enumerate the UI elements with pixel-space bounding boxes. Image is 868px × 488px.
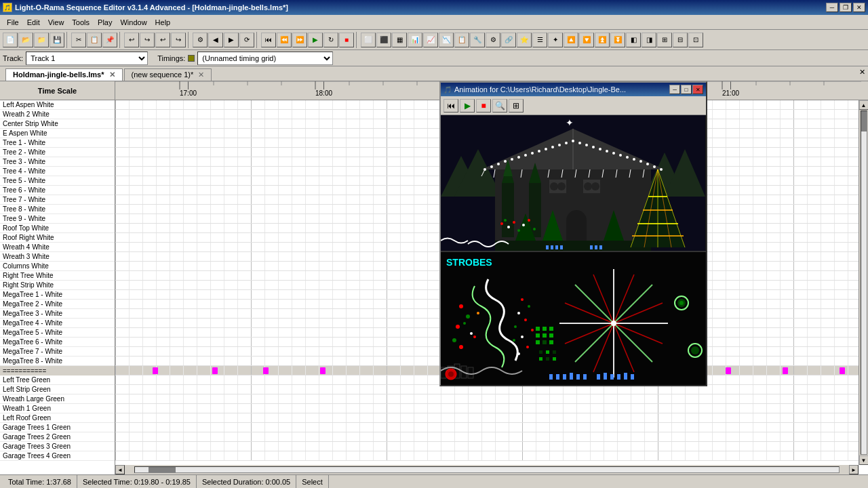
grid-row[interactable]	[115, 385, 861, 394]
stop-button[interactable]: ■	[339, 33, 354, 47]
channel-item[interactable]: Tree 8 - White	[0, 205, 115, 214]
view-btn3[interactable]: ▦	[392, 33, 407, 47]
view-btn19[interactable]: ◨	[642, 33, 656, 47]
view-btn20[interactable]: ⊞	[657, 33, 672, 47]
view-btn9[interactable]: ⚙	[486, 33, 500, 47]
anim-maximize[interactable]: □	[681, 85, 692, 94]
channel-item[interactable]: Wreath 2 White	[0, 110, 115, 119]
cut-button[interactable]: ✂	[71, 33, 86, 47]
play-prev[interactable]: ⏪	[277, 33, 292, 47]
redo-button[interactable]: ↪	[140, 33, 155, 47]
menu-view[interactable]: View	[44, 17, 68, 28]
tab-close-holdman[interactable]: ✕	[109, 70, 115, 79]
new-button[interactable]: 📄	[3, 33, 18, 47]
tools-btn4[interactable]: ⟳	[239, 33, 254, 47]
channel-item[interactable]: MegaTree 6 - White	[0, 338, 115, 347]
view-btn8[interactable]: 🔧	[470, 33, 485, 47]
menu-tools[interactable]: Tools	[68, 17, 94, 28]
channel-item[interactable]: Right Tree White	[0, 271, 115, 281]
channel-item[interactable]: Right Strip White	[0, 281, 115, 290]
paste-button[interactable]: 📌	[102, 33, 117, 47]
anim-zoom-fit-btn[interactable]: ⊞	[509, 99, 524, 113]
scroll-thumb[interactable]	[861, 111, 867, 131]
tools-btn2[interactable]: ◀	[208, 33, 223, 47]
play-loop[interactable]: ↻	[323, 33, 338, 47]
channel-item[interactable]: Wreath 4 White	[0, 243, 115, 252]
window-controls[interactable]: ─ ❐ ✕	[826, 3, 865, 12]
view-btn10[interactable]: 🔗	[501, 33, 516, 47]
save-button[interactable]: 💾	[50, 33, 64, 47]
h-scroll-thumb[interactable]	[149, 467, 176, 472]
channel-item[interactable]: E Aspen White	[0, 129, 115, 138]
tab-close-new[interactable]: ✕	[198, 70, 204, 79]
channel-item[interactable]: Tree 3 - White	[0, 157, 115, 167]
view-btn4[interactable]: 📊	[408, 33, 422, 47]
channel-item[interactable]: Tree 1 - White	[0, 138, 115, 148]
channel-item[interactable]: Garage Trees 4 Green	[0, 451, 115, 461]
open2-button[interactable]: 📁	[34, 33, 49, 47]
grid-row[interactable]	[115, 442, 861, 451]
scroll-down-btn[interactable]: ▼	[859, 455, 869, 465]
view-btn6[interactable]: 📉	[439, 33, 454, 47]
grid-row[interactable]	[115, 423, 861, 432]
channel-item[interactable]: MegaTree 3 - White	[0, 309, 115, 319]
anim-rewind-btn[interactable]: ⏮	[443, 99, 458, 113]
menu-edit[interactable]: Edit	[23, 17, 44, 28]
view-btn14[interactable]: 🔼	[564, 33, 578, 47]
view-btn22[interactable]: ⊡	[688, 33, 703, 47]
view-btn13[interactable]: ✦	[548, 33, 563, 47]
channel-item[interactable]: Wreath 3 White	[0, 252, 115, 262]
anim-close[interactable]: ✕	[692, 85, 703, 94]
grid-row[interactable]	[115, 413, 861, 423]
grid-row[interactable]	[115, 432, 861, 442]
view-btn12[interactable]: ☰	[532, 33, 547, 47]
restore-button[interactable]: ❐	[840, 3, 852, 12]
close-button[interactable]: ✕	[853, 3, 865, 12]
timing-select[interactable]: (Unnamed timing grid)	[197, 52, 333, 65]
channel-item[interactable]: Garage Trees 3 Green	[0, 442, 115, 451]
menu-help[interactable]: Help	[151, 17, 175, 28]
channel-item[interactable]: MegaTree 5 - White	[0, 328, 115, 338]
channel-item[interactable]: Tree 7 - White	[0, 195, 115, 205]
undo-button[interactable]: ↩	[124, 33, 139, 47]
menu-window[interactable]: Window	[116, 17, 151, 28]
channel-item[interactable]: MegaTree 2 - White	[0, 300, 115, 309]
anim-minimize[interactable]: ─	[669, 85, 680, 94]
view-btn21[interactable]: ⊟	[673, 33, 688, 47]
channel-item[interactable]: Left Aspen White	[0, 100, 115, 110]
channel-item[interactable]: Tree 4 - White	[0, 167, 115, 176]
anim-play-btn[interactable]: ▶	[460, 99, 475, 113]
tools-btn1[interactable]: ⚙	[193, 33, 208, 47]
scroll-up-btn[interactable]: ▲	[859, 100, 869, 110]
channel-item[interactable]: Left Roof Green	[0, 413, 115, 423]
scroll-right-btn[interactable]: ►	[849, 465, 859, 474]
menu-file[interactable]: File	[3, 17, 23, 28]
view-btn2[interactable]: ⬛	[376, 33, 391, 47]
grid-row[interactable]	[115, 404, 861, 413]
anim-title-bar[interactable]: 🎵 Animation for C:\Users\Richard\Desktop…	[441, 83, 706, 96]
channel-item[interactable]: Left Tree Green	[0, 375, 115, 385]
grid-row[interactable]	[115, 451, 861, 461]
channel-item[interactable]: Center Strip White	[0, 119, 115, 129]
channel-item[interactable]: Columns White	[0, 262, 115, 271]
tools-btn3[interactable]: ▶	[224, 33, 239, 47]
play-next[interactable]: ⏩	[292, 33, 307, 47]
open-button[interactable]: 📂	[18, 33, 33, 47]
anim-window-controls[interactable]: ─ □ ✕	[669, 85, 703, 94]
channel-item[interactable]: Wreath Large Green	[0, 394, 115, 404]
channel-item[interactable]: MegaTree 4 - White	[0, 319, 115, 328]
tab-new-sequence[interactable]: (new sequence 1)* ✕	[124, 68, 212, 81]
view-btn17[interactable]: ⏬	[610, 33, 625, 47]
tab-holdman[interactable]: Holdman-jingle-bells.lms* ✕	[5, 68, 123, 81]
undo2-button[interactable]: ↩	[155, 33, 170, 47]
channel-item[interactable]: Roof Top White	[0, 224, 115, 233]
play-button[interactable]: ▶	[308, 33, 323, 47]
view-btn11[interactable]: ⭐	[517, 33, 532, 47]
minimize-button[interactable]: ─	[826, 3, 838, 12]
grid-row[interactable]	[115, 394, 861, 404]
track-select[interactable]: Track 1	[26, 52, 148, 65]
view-btn5[interactable]: 📈	[423, 33, 438, 47]
channel-item[interactable]: Wreath 1 Green	[0, 404, 115, 413]
horizontal-scrollbar[interactable]: ◄ ►	[115, 465, 859, 474]
channel-item[interactable]: Garage Trees 1 Green	[0, 423, 115, 432]
